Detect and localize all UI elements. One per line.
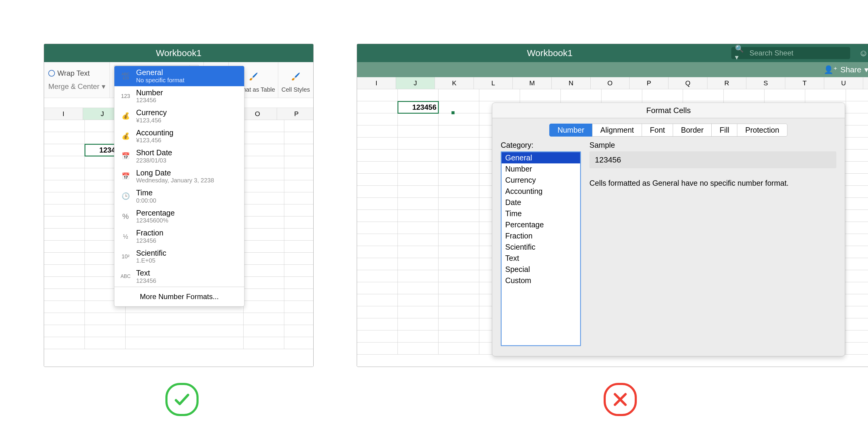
cell[interactable] bbox=[724, 89, 765, 101]
col-header[interactable]: I bbox=[357, 77, 396, 89]
cell[interactable] bbox=[438, 198, 479, 210]
cell[interactable] bbox=[438, 331, 479, 342]
cell[interactable] bbox=[846, 149, 868, 162]
cell[interactable] bbox=[438, 137, 479, 149]
cell[interactable] bbox=[846, 234, 868, 246]
cell[interactable] bbox=[398, 174, 438, 186]
number-format-option-long-date[interactable]: 📅Long DateWednesday, January 3, 2238 bbox=[114, 166, 244, 186]
cell[interactable] bbox=[357, 331, 398, 342]
category-item-text[interactable]: Text bbox=[502, 253, 580, 264]
cell[interactable] bbox=[398, 89, 438, 101]
number-format-option-scientific[interactable]: 10²Scientific1.E+05 bbox=[114, 247, 244, 267]
cell[interactable] bbox=[357, 318, 398, 331]
search-sheet-box[interactable]: 🔍▾ bbox=[731, 47, 850, 59]
col-header[interactable]: L bbox=[474, 77, 513, 89]
selected-cell[interactable]: 123456 bbox=[398, 101, 438, 113]
col-header[interactable]: P bbox=[277, 108, 314, 120]
category-item-special[interactable]: Special bbox=[502, 264, 580, 275]
cell[interactable] bbox=[765, 89, 805, 101]
number-format-option-time[interactable]: 🕒Time0:00:00 bbox=[114, 186, 244, 207]
number-format-option-short-date[interactable]: 📅Short Date2238/01/03 bbox=[114, 146, 244, 166]
cell[interactable] bbox=[438, 89, 479, 101]
cell[interactable] bbox=[438, 258, 479, 270]
cell[interactable] bbox=[398, 234, 438, 246]
cell[interactable] bbox=[357, 101, 398, 113]
cell[interactable] bbox=[398, 282, 438, 294]
cell[interactable] bbox=[357, 162, 398, 174]
cell[interactable] bbox=[438, 342, 479, 354]
cell[interactable] bbox=[846, 282, 868, 294]
col-header[interactable]: O bbox=[591, 77, 629, 89]
cell[interactable] bbox=[846, 270, 868, 282]
cell[interactable] bbox=[846, 174, 868, 186]
dialog-tab-number[interactable]: Number bbox=[549, 124, 592, 137]
cell[interactable] bbox=[438, 282, 479, 294]
wrap-text-button[interactable]: Wrap Text bbox=[48, 67, 105, 80]
cell[interactable] bbox=[438, 162, 479, 174]
cell[interactable] bbox=[357, 270, 398, 282]
number-format-option-general[interactable]: ABC123GeneralNo specific format bbox=[114, 66, 244, 86]
category-item-time[interactable]: Time bbox=[502, 208, 580, 219]
cell[interactable] bbox=[398, 246, 438, 258]
cell[interactable] bbox=[438, 246, 479, 258]
cell[interactable] bbox=[846, 246, 868, 258]
cell[interactable] bbox=[846, 258, 868, 270]
number-format-dropdown[interactable]: ABC123GeneralNo specific format123Number… bbox=[114, 66, 245, 307]
cell[interactable] bbox=[438, 234, 479, 246]
format-cells-dialog[interactable]: Format Cells NumberAlignmentFontBorderFi… bbox=[492, 103, 845, 356]
cell[interactable] bbox=[357, 186, 398, 198]
cell-styles-button[interactable]: 🖌️ bbox=[286, 67, 305, 86]
more-number-formats-button[interactable]: More Number Formats... bbox=[114, 287, 244, 306]
cell[interactable] bbox=[846, 222, 868, 234]
cell[interactable] bbox=[561, 89, 601, 101]
cell[interactable] bbox=[357, 234, 398, 246]
cell[interactable] bbox=[398, 113, 438, 126]
cell[interactable] bbox=[601, 89, 642, 101]
cell[interactable] bbox=[398, 186, 438, 198]
cell[interactable] bbox=[846, 137, 868, 149]
cell[interactable] bbox=[846, 162, 868, 174]
cell[interactable] bbox=[438, 174, 479, 186]
cell[interactable] bbox=[398, 162, 438, 174]
number-format-option-number[interactable]: 123Number123456 bbox=[114, 86, 244, 106]
dialog-tab-fill[interactable]: Fill bbox=[711, 124, 737, 137]
cell[interactable] bbox=[438, 210, 479, 222]
dialog-tab-border[interactable]: Border bbox=[673, 124, 712, 137]
cell[interactable] bbox=[398, 210, 438, 222]
category-item-custom[interactable]: Custom bbox=[502, 275, 580, 286]
category-item-scientific[interactable]: Scientific bbox=[502, 241, 580, 253]
cell[interactable] bbox=[642, 89, 683, 101]
search-input[interactable] bbox=[749, 48, 846, 58]
col-header[interactable]: V bbox=[863, 77, 868, 89]
cell[interactable] bbox=[357, 89, 398, 101]
cell[interactable] bbox=[438, 306, 479, 318]
cell[interactable] bbox=[846, 198, 868, 210]
col-header[interactable]: I bbox=[44, 108, 83, 120]
col-header[interactable]: U bbox=[824, 77, 863, 89]
cell[interactable] bbox=[438, 270, 479, 282]
number-format-option-fraction[interactable]: ½Fraction123456 bbox=[114, 227, 244, 247]
category-item-accounting[interactable]: Accounting bbox=[502, 186, 580, 197]
cell[interactable] bbox=[846, 101, 868, 113]
cell[interactable] bbox=[846, 210, 868, 222]
cell[interactable] bbox=[398, 342, 438, 354]
cell[interactable] bbox=[357, 137, 398, 149]
cell[interactable] bbox=[398, 198, 438, 210]
cell[interactable] bbox=[398, 222, 438, 234]
cell[interactable] bbox=[438, 126, 479, 137]
cell[interactable] bbox=[357, 342, 398, 354]
cell[interactable] bbox=[438, 186, 479, 198]
cell[interactable] bbox=[398, 306, 438, 318]
col-header[interactable]: Q bbox=[669, 77, 707, 89]
cell[interactable] bbox=[846, 89, 868, 101]
number-format-option-percentage[interactable]: %Percentage12345600% bbox=[114, 207, 244, 227]
col-header[interactable]: T bbox=[785, 77, 824, 89]
cell[interactable] bbox=[520, 89, 561, 101]
cell[interactable] bbox=[438, 113, 479, 126]
cell[interactable] bbox=[479, 89, 520, 101]
cell[interactable] bbox=[357, 210, 398, 222]
cell[interactable] bbox=[846, 306, 868, 318]
number-format-option-currency[interactable]: 💰Currency¥123,456 bbox=[114, 106, 244, 126]
category-item-percentage[interactable]: Percentage bbox=[502, 219, 580, 230]
category-item-fraction[interactable]: Fraction bbox=[502, 230, 580, 241]
